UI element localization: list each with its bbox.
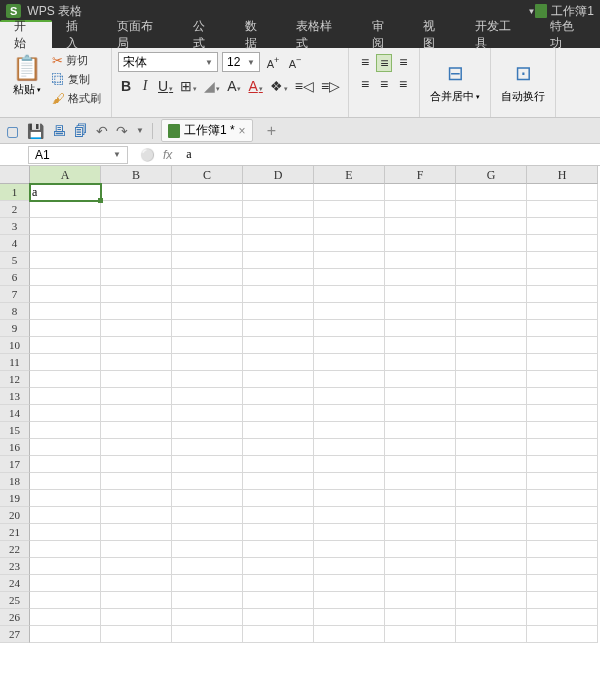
- align-center-button[interactable]: ≡: [376, 76, 392, 92]
- cell[interactable]: [385, 218, 456, 235]
- cell[interactable]: [456, 252, 527, 269]
- row-header[interactable]: 4: [0, 235, 30, 252]
- cell[interactable]: [30, 558, 101, 575]
- row-header[interactable]: 22: [0, 541, 30, 558]
- cell[interactable]: [527, 354, 598, 371]
- highlight-button[interactable]: A▾: [246, 78, 264, 94]
- cell[interactable]: [243, 184, 314, 201]
- cell[interactable]: [243, 405, 314, 422]
- cell[interactable]: [527, 456, 598, 473]
- cell[interactable]: [243, 575, 314, 592]
- cell[interactable]: [385, 252, 456, 269]
- tab-data[interactable]: 数据: [231, 22, 283, 48]
- cell[interactable]: [243, 286, 314, 303]
- column-header[interactable]: D: [243, 166, 314, 184]
- cell[interactable]: [527, 439, 598, 456]
- row-header[interactable]: 2: [0, 201, 30, 218]
- cell[interactable]: [527, 473, 598, 490]
- cell[interactable]: [385, 490, 456, 507]
- cell[interactable]: [314, 337, 385, 354]
- cell[interactable]: [101, 405, 172, 422]
- cell[interactable]: [243, 473, 314, 490]
- cell[interactable]: [101, 354, 172, 371]
- cell[interactable]: [527, 320, 598, 337]
- cell[interactable]: [243, 235, 314, 252]
- cell[interactable]: [172, 201, 243, 218]
- cell[interactable]: [314, 422, 385, 439]
- row-header[interactable]: 12: [0, 371, 30, 388]
- cell[interactable]: [456, 592, 527, 609]
- cell[interactable]: [172, 473, 243, 490]
- formula-input[interactable]: a: [180, 147, 600, 162]
- cell[interactable]: [314, 456, 385, 473]
- cell[interactable]: [172, 439, 243, 456]
- save-icon[interactable]: 💾: [27, 123, 44, 139]
- cell[interactable]: [314, 439, 385, 456]
- cell[interactable]: [385, 626, 456, 643]
- cell[interactable]: [30, 320, 101, 337]
- row-header[interactable]: 17: [0, 456, 30, 473]
- cell[interactable]: [456, 507, 527, 524]
- cell[interactable]: [527, 490, 598, 507]
- cell[interactable]: [385, 405, 456, 422]
- cell[interactable]: [243, 201, 314, 218]
- cell[interactable]: [385, 354, 456, 371]
- row-header[interactable]: 9: [0, 320, 30, 337]
- cell[interactable]: [30, 405, 101, 422]
- cell[interactable]: [314, 184, 385, 201]
- cell[interactable]: [101, 609, 172, 626]
- cell[interactable]: [172, 303, 243, 320]
- cell[interactable]: [30, 201, 101, 218]
- cell[interactable]: [456, 303, 527, 320]
- cell[interactable]: [527, 558, 598, 575]
- column-header[interactable]: F: [385, 166, 456, 184]
- cell[interactable]: [101, 507, 172, 524]
- cell[interactable]: [314, 524, 385, 541]
- cell[interactable]: [243, 422, 314, 439]
- cell[interactable]: [101, 558, 172, 575]
- font-name-dropdown[interactable]: 宋体▼: [118, 52, 218, 72]
- cell[interactable]: [527, 286, 598, 303]
- row-header[interactable]: 27: [0, 626, 30, 643]
- cell[interactable]: [243, 337, 314, 354]
- cell[interactable]: [243, 371, 314, 388]
- cell[interactable]: [30, 609, 101, 626]
- cell[interactable]: [456, 371, 527, 388]
- select-all-corner[interactable]: [0, 166, 30, 184]
- align-left-button[interactable]: ≡: [357, 76, 373, 92]
- cell[interactable]: [30, 252, 101, 269]
- cell[interactable]: [30, 524, 101, 541]
- cell[interactable]: [527, 269, 598, 286]
- align-bottom-button[interactable]: ≡: [395, 54, 411, 72]
- cell[interactable]: [385, 524, 456, 541]
- cell[interactable]: [243, 439, 314, 456]
- tab-special[interactable]: 特色功: [536, 22, 600, 48]
- cell[interactable]: [243, 507, 314, 524]
- decrease-font-button[interactable]: A−: [286, 55, 304, 70]
- cell[interactable]: [172, 575, 243, 592]
- cell[interactable]: [456, 541, 527, 558]
- cell[interactable]: [314, 320, 385, 337]
- cell[interactable]: [527, 303, 598, 320]
- cell[interactable]: [385, 507, 456, 524]
- cell[interactable]: [385, 388, 456, 405]
- cell[interactable]: [385, 592, 456, 609]
- cell[interactable]: [314, 252, 385, 269]
- cell[interactable]: [527, 235, 598, 252]
- cell[interactable]: [172, 371, 243, 388]
- row-header[interactable]: 16: [0, 439, 30, 456]
- cell[interactable]: [385, 609, 456, 626]
- cell[interactable]: [527, 507, 598, 524]
- cell[interactable]: [314, 405, 385, 422]
- cell[interactable]: [101, 473, 172, 490]
- cell[interactable]: [456, 609, 527, 626]
- cell[interactable]: [456, 354, 527, 371]
- cell[interactable]: [527, 592, 598, 609]
- row-header[interactable]: 23: [0, 558, 30, 575]
- cell[interactable]: [172, 286, 243, 303]
- cell[interactable]: [314, 201, 385, 218]
- row-header[interactable]: 19: [0, 490, 30, 507]
- cell[interactable]: [456, 201, 527, 218]
- cell[interactable]: [172, 626, 243, 643]
- close-icon[interactable]: ×: [239, 124, 246, 138]
